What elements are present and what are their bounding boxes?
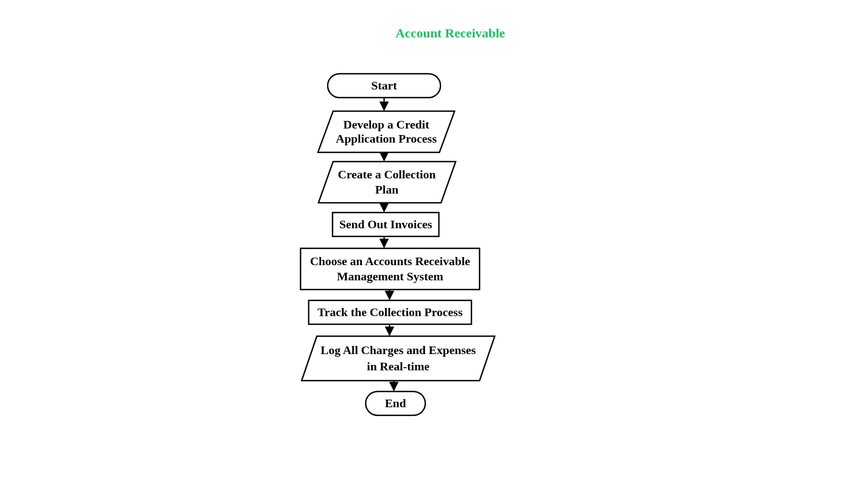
node-n4-line2: Management System: [337, 269, 443, 283]
node-n2-line2: Plan: [375, 183, 399, 196]
node-end: End: [366, 391, 425, 415]
node-n3-label: Send Out Invoices: [339, 217, 432, 231]
node-n4-line1: Choose an Accounts Receivable: [310, 254, 470, 268]
node-end-label: End: [385, 396, 406, 410]
node-start: Start: [328, 74, 441, 98]
node-track-collection: Track the Collection Process: [309, 300, 471, 324]
node-n6-line1: Log All Charges and Expenses: [321, 343, 476, 357]
node-n2-line1: Create a Collection: [338, 168, 436, 181]
node-n1-line1: Develop a Credit: [343, 118, 430, 131]
node-choose-ar-system: Choose an Accounts Receivable Management…: [301, 248, 480, 290]
node-develop-credit: Develop a Credit Application Process: [318, 111, 455, 152]
node-create-collection-plan: Create a Collection Plan: [318, 162, 456, 203]
node-n6-line2: in Real-time: [367, 359, 430, 373]
node-n5-label: Track the Collection Process: [317, 305, 463, 319]
flowchart-canvas: Start Develop a Credit Application Proce…: [0, 0, 868, 488]
node-start-label: Start: [371, 79, 397, 92]
node-n1-line2: Application Process: [336, 132, 437, 145]
node-log-charges: Log All Charges and Expenses in Real-tim…: [302, 336, 495, 381]
node-send-invoices: Send Out Invoices: [333, 213, 439, 236]
